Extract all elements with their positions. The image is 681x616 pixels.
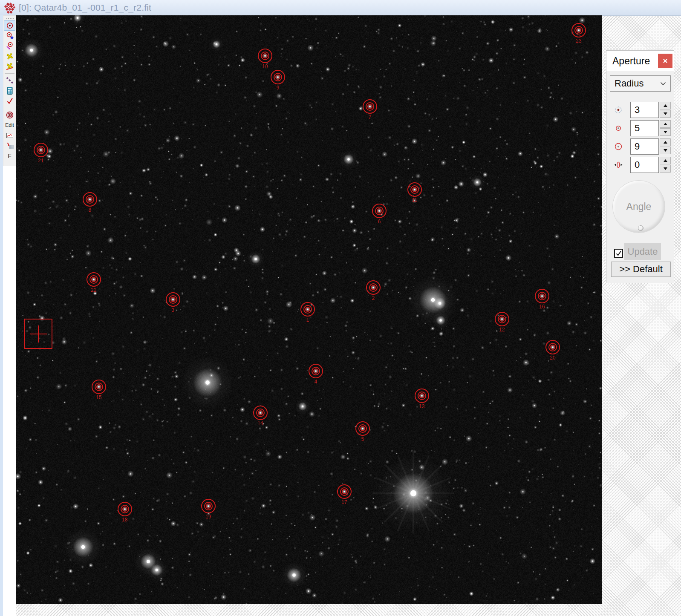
star-marker[interactable]: 18 [118, 502, 132, 516]
star-marker[interactable]: 20 [545, 340, 560, 354]
star-marker-label: 12 [491, 327, 513, 333]
toolbar-button-light-curve[interactable] [4, 130, 15, 141]
spin-up-button[interactable] [660, 120, 671, 128]
aperture-radius-icon [612, 102, 624, 118]
star-marker[interactable]: 8 [83, 192, 97, 207]
angle-spinner [660, 157, 671, 173]
update-row: Update [606, 243, 674, 260]
aperture-ring-inner [87, 197, 92, 202]
star-marker[interactable]: 6 [372, 204, 387, 218]
panel-close-button[interactable] [658, 54, 672, 68]
star-marker[interactable]: 23 [571, 23, 586, 37]
close-icon [663, 58, 668, 63]
star-marker[interactable]: 3 [166, 292, 180, 307]
toolbar-button-export-table[interactable] [4, 141, 15, 151]
toolbar-button-edit[interactable]: Edit [4, 120, 15, 130]
aperture-ring-inner [342, 489, 347, 494]
aperture-ring-inner [540, 294, 545, 299]
aperture-ring-inner [499, 317, 505, 322]
star-marker[interactable]: 14 [253, 406, 268, 420]
image-viewport[interactable]: 1234567891011121314151617181920212223 [16, 15, 602, 604]
outer-annulus-row [606, 138, 674, 155]
star-marker[interactable]: 15 [92, 380, 106, 394]
aperture-ring-inner [412, 187, 417, 192]
scatter-stars-icon [6, 76, 14, 85]
toolbar: Edit F [3, 15, 16, 166]
toolbar-button-star-delete[interactable] [4, 61, 15, 72]
update-checkbox[interactable] [614, 249, 623, 258]
toolbar-button-aperture-rings[interactable] [4, 110, 15, 120]
star-marker[interactable]: 9 [271, 70, 285, 84]
star-marker[interactable]: 12 [495, 312, 509, 326]
selection-target-box[interactable] [24, 319, 52, 349]
yellow-cross-icon [6, 52, 14, 60]
aperture-mode-select[interactable]: Radius [610, 75, 671, 92]
angle-dial-knob[interactable] [638, 225, 643, 231]
toolbar-separator [5, 108, 14, 108]
crosshair-icon [38, 325, 39, 343]
aperture-ring-inner [206, 504, 211, 509]
angle-dial-label: Angle [626, 201, 652, 213]
star-marker-label: 8 [79, 207, 101, 213]
star-marker[interactable]: 5 [355, 421, 370, 436]
spin-up-button[interactable] [660, 138, 671, 146]
aperture-ring-inner [313, 368, 318, 374]
star-marker-label: 15 [88, 394, 110, 400]
star-marker[interactable]: 21 [34, 143, 48, 157]
arrow-to-table-icon [6, 141, 14, 150]
default-button[interactable]: >> Default [611, 262, 671, 277]
aperture-ring-inner [91, 277, 96, 282]
star-marker[interactable]: 13 [415, 389, 429, 403]
aperture-ring-inner [419, 393, 424, 398]
toolbar-button-match-stars[interactable] [4, 75, 15, 86]
star-marker-label: 7 [359, 114, 381, 120]
spin-up-button[interactable] [660, 102, 671, 109]
aperture-panel-header[interactable]: Aperture [606, 51, 674, 71]
toolbar-button-aperture-select[interactable] [4, 20, 15, 31]
spin-up-button[interactable] [660, 157, 671, 164]
toolbar-button-star-search[interactable] [4, 31, 15, 41]
star-marker[interactable]: 11 [407, 182, 422, 197]
aperture-ring-inner [377, 208, 382, 213]
toolbar-button-photometry-calc[interactable] [4, 86, 15, 96]
aperture-ring-inner [122, 507, 127, 512]
mode-select-value: Radius [615, 78, 660, 89]
aperture-ring-inner [96, 384, 101, 389]
star-marker[interactable]: 19 [201, 499, 216, 513]
star-marker[interactable]: 4 [309, 364, 323, 378]
star-marker[interactable]: 17 [337, 484, 352, 499]
spin-down-button[interactable] [660, 110, 671, 118]
inner-annulus-input[interactable] [630, 120, 659, 136]
toolbar-button-star-add[interactable] [4, 51, 15, 61]
aperture-ring-inner [170, 297, 176, 302]
spin-down-button[interactable] [660, 128, 671, 136]
star-marker-label: 14 [250, 420, 271, 426]
toolbar-button-flip[interactable]: F [4, 151, 15, 161]
star-marker[interactable]: 16 [535, 289, 549, 303]
star-marker-label: 23 [568, 38, 589, 44]
aperture-ring-inner [550, 345, 555, 350]
concentric-rings-icon [6, 111, 14, 119]
outer-annulus-spinner [660, 138, 671, 155]
star-marker[interactable]: 10 [258, 49, 272, 63]
aperture-radius-input[interactable] [630, 102, 659, 118]
spin-down-button[interactable] [660, 165, 671, 173]
toolbar-button-star-pick[interactable] [4, 41, 15, 51]
angle-input[interactable] [630, 157, 659, 173]
flip-button-label: F [8, 153, 12, 159]
star-marker[interactable]: 22 [87, 272, 101, 287]
outer-annulus-input[interactable] [630, 138, 659, 155]
checkmark-icon [615, 250, 622, 256]
aperture-ring-inner [258, 410, 263, 415]
update-button[interactable]: Update [624, 243, 661, 260]
toolbar-button-accept[interactable] [4, 96, 15, 106]
star-marker[interactable]: 7 [363, 99, 377, 114]
window-titlebar[interactable]: [0]: Qatar4b_01_-001_r1_c_r2.fit [0, 0, 681, 16]
angle-dial[interactable]: Angle [612, 180, 665, 233]
star-marker[interactable]: 2 [366, 280, 381, 295]
spin-down-button[interactable] [660, 147, 671, 154]
star-marker[interactable]: 1 [300, 302, 315, 317]
star-marker-label: 1 [297, 317, 318, 323]
toolbar-grip-handle[interactable] [6, 17, 14, 20]
red-check-icon [6, 97, 14, 105]
